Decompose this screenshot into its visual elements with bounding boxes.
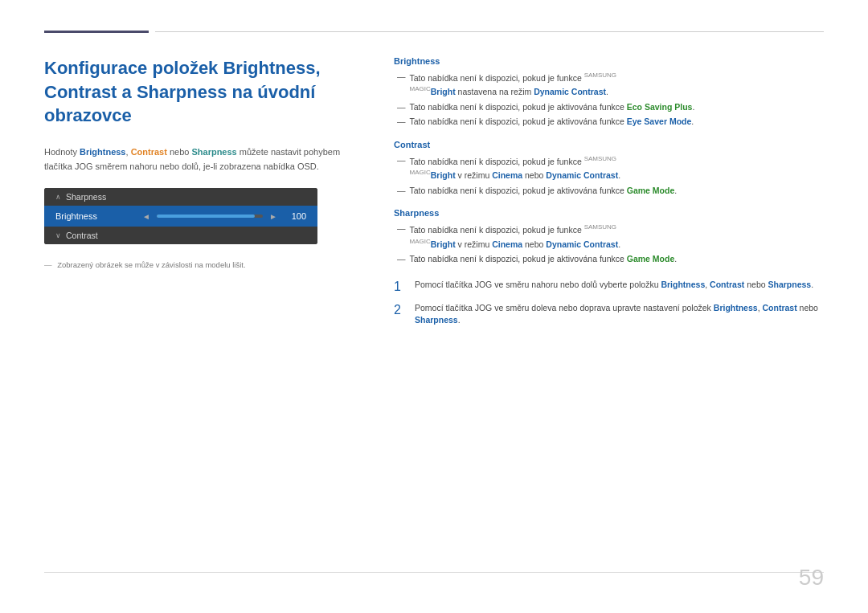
page-title: Konfigurace položek Brightness, Contrast… bbox=[44, 56, 358, 128]
bullet-sharpness-1-text: Tato nabídka není k dispozici, pokud je … bbox=[410, 223, 621, 251]
osd-brightness-label: Brightness bbox=[55, 211, 139, 221]
osd-brightness-row: Brightness ◄ ► 100 bbox=[44, 206, 317, 227]
dynamic-contrast-label2: Dynamic Contrast bbox=[546, 170, 618, 180]
osd-sharpness-label: Sharpness bbox=[66, 192, 306, 202]
dynamic-contrast-label3: Dynamic Contrast bbox=[546, 239, 618, 248]
chevron-up-icon: ∧ bbox=[55, 193, 61, 201]
osd-menu: ∧ Sharpness Brightness ◄ ► 100 ∨ Contras… bbox=[44, 188, 317, 244]
step2-sharpness: Sharpness bbox=[415, 315, 458, 325]
bullet-contrast-1-text: Tato nabídka není k dispozici, pokud je … bbox=[410, 154, 621, 182]
desc-brightness: Brightness bbox=[80, 147, 125, 157]
top-line-accent bbox=[44, 31, 149, 33]
game-mode-label: Game Mode bbox=[627, 186, 675, 195]
bullet-brightness-3: — Tato nabídka není k dispozici, pokud j… bbox=[394, 116, 824, 129]
left-arrow-icon: ◄ bbox=[142, 212, 150, 221]
desc-contrast: Contrast bbox=[131, 147, 167, 157]
top-line bbox=[44, 31, 824, 33]
osd-brightness-value: 100 bbox=[287, 211, 306, 221]
dynamic-contrast-label: Dynamic Contrast bbox=[534, 87, 606, 96]
osd-sharpness-row: ∧ Sharpness bbox=[44, 188, 317, 206]
step2-brightness: Brightness bbox=[714, 303, 758, 313]
osd-slider-area: ◄ ► 100 bbox=[139, 211, 306, 221]
bullet-dash: — bbox=[397, 253, 406, 266]
step-2-number: 2 bbox=[394, 302, 407, 317]
bullet-sharpness-2-text: Tato nabídka není k dispozici, pokud je … bbox=[410, 253, 678, 266]
bullet-sharpness-1: — Tato nabídka není k dispozici, pokud j… bbox=[394, 223, 824, 251]
right-column: Brightness — Tato nabídka není k dispozi… bbox=[394, 56, 824, 335]
bullet-contrast-1: — Tato nabídka není k dispozici, pokud j… bbox=[394, 154, 824, 182]
magic-bright-label: Bright bbox=[431, 87, 456, 96]
step-1-number: 1 bbox=[394, 279, 407, 294]
step2-contrast: Contrast bbox=[762, 303, 796, 313]
bullet-dash: — bbox=[397, 71, 406, 99]
section-heading-brightness: Brightness bbox=[394, 56, 824, 66]
bullet-sharpness-2: — Tato nabídka není k dispozici, pokud j… bbox=[394, 253, 824, 266]
step-2-text: Pomocí tlačítka JOG ve směru doleva nebo… bbox=[415, 302, 824, 328]
footnote-text: Zobrazený obrázek se může v závislosti n… bbox=[57, 260, 245, 269]
bullet-dash: — bbox=[397, 154, 406, 182]
footnote-dash: — bbox=[44, 260, 52, 269]
cinema-label2: Cinema bbox=[492, 239, 522, 248]
bottom-line bbox=[44, 572, 824, 573]
eye-saver-label: Eye Saver Mode bbox=[627, 116, 692, 126]
osd-contrast-label: Contrast bbox=[66, 231, 306, 240]
step1-contrast: Contrast bbox=[710, 280, 744, 289]
magic-bright-label2: Bright bbox=[431, 170, 456, 180]
left-column: Konfigurace položek Brightness, Contrast… bbox=[44, 56, 358, 269]
step-1: 1 Pomocí tlačítka JOG ve směru nahoru ne… bbox=[394, 279, 824, 294]
step1-sharpness: Sharpness bbox=[768, 280, 811, 289]
bullet-dash: — bbox=[397, 223, 406, 251]
bullet-contrast-2-text: Tato nabídka není k dispozici, pokud je … bbox=[410, 185, 678, 198]
page-description: Hodnoty Brightness, Contrast nebo Sharpn… bbox=[44, 145, 358, 174]
bullet-brightness-1: — Tato nabídka není k dispozici, pokud j… bbox=[394, 71, 824, 99]
eco-saving-label: Eco Saving Plus bbox=[627, 102, 693, 112]
bullet-dash: — bbox=[397, 101, 406, 114]
right-arrow-icon: ► bbox=[269, 212, 277, 221]
bullet-brightness-3-text: Tato nabídka není k dispozici, pokud je … bbox=[410, 116, 694, 129]
footnote: — Zobrazený obrázek se může v závislosti… bbox=[44, 260, 358, 269]
bullet-contrast-2: — Tato nabídka není k dispozici, pokud j… bbox=[394, 185, 824, 198]
game-mode-label2: Game Mode bbox=[627, 254, 675, 264]
osd-contrast-row: ∨ Contrast bbox=[44, 227, 317, 244]
step1-brightness: Brightness bbox=[661, 280, 705, 289]
section-heading-contrast: Contrast bbox=[394, 140, 824, 149]
cinema-label: Cinema bbox=[492, 170, 522, 180]
step-1-text: Pomocí tlačítka JOG ve směru nahoru nebo… bbox=[415, 279, 813, 292]
osd-slider-track bbox=[157, 215, 263, 218]
top-line-main bbox=[155, 31, 824, 32]
page-container: Konfigurace položek Brightness, Contrast… bbox=[0, 0, 868, 613]
section-heading-sharpness: Sharpness bbox=[394, 208, 824, 218]
magic-bright-label3: Bright bbox=[431, 239, 456, 248]
bullet-brightness-2-text: Tato nabídka není k dispozici, pokud je … bbox=[410, 101, 695, 114]
chevron-down-icon: ∨ bbox=[55, 231, 61, 239]
bullet-brightness-2: — Tato nabídka není k dispozici, pokud j… bbox=[394, 101, 824, 114]
step-2: 2 Pomocí tlačítka JOG ve směru doleva ne… bbox=[394, 302, 824, 328]
desc-sharpness: Sharpness bbox=[191, 147, 236, 157]
bullet-dash: — bbox=[397, 185, 406, 198]
osd-slider-fill bbox=[157, 215, 255, 218]
bullet-dash: — bbox=[397, 116, 406, 129]
steps-section: 1 Pomocí tlačítka JOG ve směru nahoru ne… bbox=[394, 279, 824, 328]
page-number: 59 bbox=[799, 565, 824, 591]
bullet-brightness-1-text: Tato nabídka není k dispozici, pokud je … bbox=[410, 71, 617, 99]
